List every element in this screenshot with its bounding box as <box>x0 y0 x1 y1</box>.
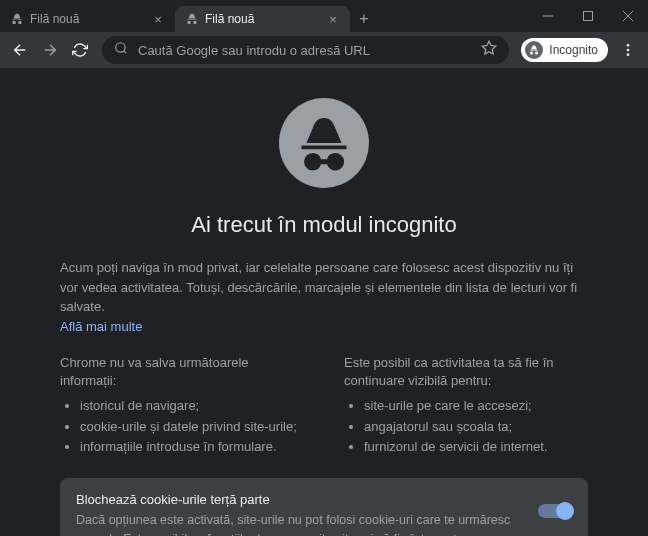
svg-line-5 <box>124 51 127 54</box>
cookie-title: Blochează cookie-urile terță parte <box>76 492 522 507</box>
list-item: furnizorul de servicii de internet. <box>364 437 588 458</box>
search-icon <box>114 41 128 59</box>
new-tab-button[interactable]: + <box>350 6 378 32</box>
svg-point-7 <box>627 44 630 47</box>
tab-strip: Filă nouă × Filă nouă × + <box>0 0 528 32</box>
tab-active[interactable]: Filă nouă × <box>175 6 350 32</box>
incognito-badge[interactable]: Incognito <box>521 38 608 62</box>
list-item: istoricul de navigare; <box>80 396 304 417</box>
svg-marker-6 <box>483 41 496 54</box>
forward-button[interactable] <box>36 36 64 64</box>
close-icon[interactable]: × <box>151 12 165 26</box>
reload-button[interactable] <box>66 36 94 64</box>
content-area: Ai trecut în modul incognito Acum poți n… <box>0 68 648 536</box>
incognito-icon <box>185 12 199 26</box>
left-list: istoricul de navigare; cookie-urile și d… <box>60 396 304 458</box>
cookie-setting-box: Blochează cookie-urile terță parte Dacă … <box>60 478 588 536</box>
tab-label: Filă nouă <box>30 12 79 26</box>
back-button[interactable] <box>6 36 34 64</box>
tab-inactive[interactable]: Filă nouă × <box>0 6 175 32</box>
right-list: site-urile pe care le accesezi; angajato… <box>344 396 588 458</box>
right-column: Este posibil ca activitatea ta să fie în… <box>344 354 588 459</box>
info-columns: Chrome nu va salva următoarele informați… <box>60 354 588 459</box>
minimize-button[interactable] <box>528 2 568 30</box>
list-item: cookie-urile și datele privind site-uril… <box>80 417 304 438</box>
incognito-hero-icon <box>279 98 369 188</box>
incognito-icon <box>10 12 24 26</box>
bookmark-star-icon[interactable] <box>481 40 497 60</box>
window-controls <box>528 0 648 32</box>
maximize-button[interactable] <box>568 2 608 30</box>
svg-point-8 <box>627 49 630 52</box>
incognito-badge-label: Incognito <box>549 43 598 57</box>
omnibox[interactable]: Caută Google sau introdu o adresă URL <box>102 36 509 64</box>
list-item: informațiile introduse în formulare. <box>80 437 304 458</box>
incognito-icon <box>525 41 543 59</box>
list-item: angajatorul sau școala ta; <box>364 417 588 438</box>
tab-label: Filă nouă <box>205 12 254 26</box>
toolbar: Caută Google sau introdu o adresă URL In… <box>0 32 648 68</box>
page-title: Ai trecut în modul incognito <box>191 212 456 238</box>
left-column: Chrome nu va salva următoarele informați… <box>60 354 304 459</box>
toggle-knob <box>556 502 574 520</box>
cookie-toggle[interactable] <box>538 504 572 518</box>
omnibox-placeholder: Caută Google sau introdu o adresă URL <box>138 43 471 58</box>
cookie-text: Blochează cookie-urile terță parte Dacă … <box>76 492 522 536</box>
list-item: site-urile pe care le accesezi; <box>364 396 588 417</box>
menu-button[interactable] <box>614 36 642 64</box>
intro-text: Acum poți naviga în mod privat, iar cele… <box>60 258 588 317</box>
close-icon[interactable]: × <box>326 12 340 26</box>
right-column-head: Este posibil ca activitatea ta să fie în… <box>344 354 588 390</box>
titlebar: Filă nouă × Filă nouă × + <box>0 0 648 32</box>
learn-more-link[interactable]: Află mai multe <box>60 319 142 334</box>
svg-point-9 <box>627 53 630 56</box>
svg-point-4 <box>116 43 125 52</box>
svg-rect-1 <box>584 12 593 21</box>
close-button[interactable] <box>608 2 648 30</box>
cookie-desc: Dacă opțiunea este activată, site-urile … <box>76 511 522 536</box>
left-column-head: Chrome nu va salva următoarele informați… <box>60 354 304 390</box>
